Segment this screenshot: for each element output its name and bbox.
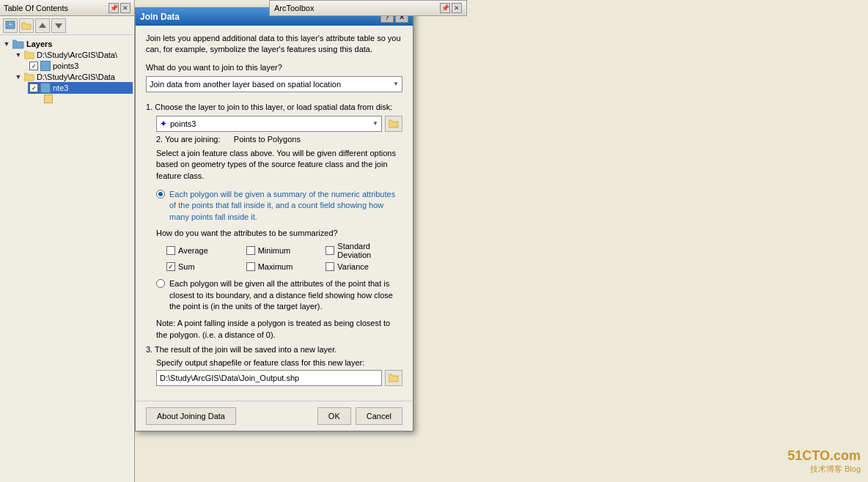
layer1-folder-icon bbox=[24, 51, 34, 59]
toc-down-button[interactable] bbox=[51, 18, 66, 33]
check-variance-item: Variance bbox=[326, 262, 402, 271]
layer1-row[interactable]: points3 bbox=[28, 60, 133, 72]
average-label: Average bbox=[178, 246, 208, 255]
radio-2-text: Each polygon will be given all the attri… bbox=[169, 278, 402, 312]
app-container: Table Of Contents 📌 ✕ + bbox=[0, 0, 868, 482]
toc-layers-header[interactable]: ▼ Layers bbox=[1, 38, 133, 50]
layer2-name-label: nte3 bbox=[53, 84, 68, 92]
toc-close-button[interactable]: ✕ bbox=[120, 3, 130, 13]
dialog-question: What do you want to join to this layer? bbox=[146, 63, 402, 72]
layer2-icon bbox=[40, 83, 51, 93]
check-minimum-item: Minimum bbox=[246, 242, 323, 259]
layer2-expand-icon: ▼ bbox=[15, 73, 22, 81]
arctoolbox-pin-button[interactable]: 📌 bbox=[440, 3, 450, 13]
join-select-desc: Select a join feature class above. You w… bbox=[156, 148, 402, 182]
ok-button[interactable]: OK bbox=[317, 407, 351, 425]
step3-label: 3. The result of the join will be saved … bbox=[146, 345, 402, 354]
svg-marker-2 bbox=[39, 23, 46, 28]
minimum-checkbox[interactable] bbox=[246, 246, 255, 255]
check-average-item: Average bbox=[166, 242, 243, 259]
dialog-title: Join Data bbox=[140, 12, 180, 22]
sum-checkbox[interactable] bbox=[166, 262, 175, 271]
toc-titlebar: Table Of Contents 📌 ✕ bbox=[0, 0, 134, 16]
arctoolbox-close-button[interactable]: ✕ bbox=[452, 3, 462, 13]
step2-info: 2. You are joining: Points to Polygons bbox=[156, 135, 402, 144]
stddev-checkbox[interactable] bbox=[326, 246, 334, 255]
arctoolbox-buttons: 📌 ✕ bbox=[440, 3, 462, 13]
layers-label: Layers bbox=[26, 40, 52, 48]
svg-marker-3 bbox=[55, 23, 62, 29]
radio-1-button[interactable] bbox=[156, 190, 165, 199]
layer-select-dropdown[interactable]: ✦ points3 ▼ bbox=[156, 116, 382, 132]
variance-checkbox[interactable] bbox=[326, 262, 334, 271]
toc-add-data-button[interactable]: + bbox=[3, 18, 18, 33]
layer1-expand-icon: ▼ bbox=[15, 51, 22, 59]
join-types-label: Points to Polygons bbox=[234, 135, 301, 144]
toc-folder-button[interactable] bbox=[19, 18, 34, 33]
layer2-swatch-row bbox=[41, 94, 133, 104]
toc-content: ▼ Layers ▼ D:\Study\ArcGIS\Data\ bbox=[0, 35, 134, 482]
toc-toolbar: + bbox=[0, 16, 134, 35]
toc-layer1-path-item[interactable]: ▼ D:\Study\ArcGIS\Data\ bbox=[13, 50, 133, 60]
layers-expand-icon: ▼ bbox=[3, 40, 10, 48]
output-path-row: D:\Study\ArcGIS\Data\Join_Output.shp bbox=[156, 370, 402, 386]
step2-label: 2. You are joining: bbox=[156, 135, 220, 144]
layer2-row[interactable]: nte3 bbox=[28, 82, 133, 94]
watermark-sub-text: 技术博客 Blog bbox=[787, 464, 861, 475]
join-type-dropdown-row: Join data from another layer based on sp… bbox=[146, 76, 402, 92]
radio-option-1[interactable]: Each polygon will be given a summary of … bbox=[156, 189, 402, 223]
arctoolbox-bar: ArcToolbox 📌 ✕ bbox=[269, 0, 467, 16]
dialog-overlay: Join Data ? ✕ Join lets you append addit… bbox=[135, 0, 868, 482]
average-checkbox[interactable] bbox=[166, 246, 175, 255]
layer1-checkbox[interactable] bbox=[29, 62, 38, 70]
toc-layer1-item[interactable]: points3 bbox=[28, 60, 133, 72]
toc-layers-section: ▼ Layers ▼ D:\Study\ArcGIS\Data\ bbox=[1, 38, 133, 104]
check-maximum-item: Maximum bbox=[246, 262, 323, 271]
about-joining-button[interactable]: About Joining Data bbox=[146, 407, 236, 425]
footer-left: About Joining Data bbox=[146, 407, 236, 425]
toc-pin-button[interactable]: 📌 bbox=[108, 3, 119, 13]
layer-select-row: ✦ points3 ▼ bbox=[156, 116, 402, 132]
toc-layer2-section: ▼ D:\Study\ArcGIS\Data nte3 bbox=[13, 72, 133, 104]
toc-controls: 📌 ✕ bbox=[108, 3, 130, 13]
cancel-button[interactable]: Cancel bbox=[356, 407, 402, 425]
watermark-main-text: 51CTO.com bbox=[787, 448, 861, 464]
toc-layer2-path-item[interactable]: ▼ D:\Study\ArcGIS\Data bbox=[13, 72, 133, 82]
sum-label: Sum bbox=[178, 262, 195, 271]
layer2-checkbox[interactable] bbox=[29, 84, 38, 92]
toc-up-button[interactable] bbox=[35, 18, 50, 33]
arctoolbox-title: ArcToolbox bbox=[274, 4, 314, 12]
dropdown-arrow-icon: ▼ bbox=[393, 81, 399, 87]
output-label: Specify output shapefile or feature clas… bbox=[156, 358, 402, 367]
layer2-path-label: D:\Study\ArcGIS\Data bbox=[37, 73, 115, 81]
radio-option-2[interactable]: Each polygon will be given all the attri… bbox=[156, 278, 402, 312]
radio-1-text: Each polygon will be given a summary of … bbox=[169, 189, 402, 223]
dialog-footer: About Joining Data OK Cancel bbox=[136, 401, 413, 431]
right-area: ArcToolbox 📌 ✕ bbox=[135, 0, 868, 482]
attributes-checkboxes: Average Minimum Standard Deviation bbox=[166, 242, 402, 271]
minimum-label: Minimum bbox=[258, 246, 291, 255]
dialog-description: Join lets you append additional data to … bbox=[146, 33, 402, 56]
layer-browse-button[interactable] bbox=[385, 116, 402, 132]
radio-2-button[interactable] bbox=[156, 279, 165, 288]
layer-dropdown-value: points3 bbox=[170, 119, 196, 128]
layers-folder-icon bbox=[12, 39, 24, 49]
check-sum-item: Sum bbox=[166, 262, 243, 271]
maximum-label: Maximum bbox=[258, 262, 293, 271]
join-type-dropdown[interactable]: Join data from another layer based on sp… bbox=[146, 76, 402, 92]
step1-label: 1. Choose the layer to join to this laye… bbox=[146, 103, 402, 111]
join-data-dialog: Join Data ? ✕ Join lets you append addit… bbox=[135, 7, 413, 431]
stddev-label: Standard Deviation bbox=[337, 242, 402, 259]
join-type-dropdown-value: Join data from another layer based on sp… bbox=[150, 80, 341, 89]
toc-title: Table Of Contents bbox=[4, 4, 68, 12]
footer-right: OK Cancel bbox=[317, 407, 402, 425]
layer-dropdown-icon: ✦ bbox=[160, 119, 167, 129]
toc-layer2-item[interactable]: nte3 bbox=[28, 82, 133, 104]
layer2-swatch bbox=[44, 94, 53, 103]
maximum-checkbox[interactable] bbox=[246, 262, 255, 271]
layer1-path-label: D:\Study\ArcGIS\Data\ bbox=[37, 51, 117, 59]
output-path-input[interactable]: D:\Study\ArcGIS\Data\Join_Output.shp bbox=[156, 370, 382, 386]
layer-dropdown-arrow: ▼ bbox=[372, 120, 378, 127]
layer1-icon bbox=[40, 61, 51, 71]
output-browse-button[interactable] bbox=[385, 370, 402, 386]
